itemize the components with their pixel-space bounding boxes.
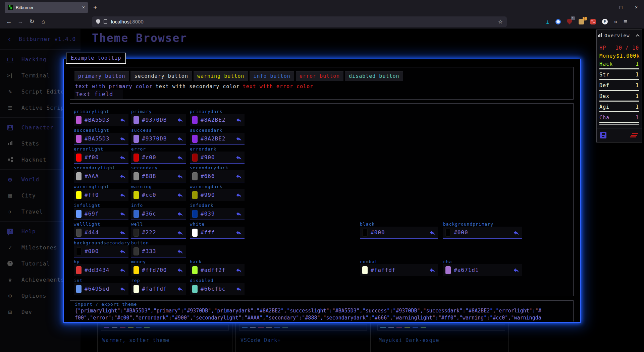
color-value[interactable]: #000 (454, 229, 513, 236)
color-swatch[interactable] (133, 191, 139, 199)
color-swatch[interactable] (133, 229, 139, 237)
color-value[interactable]: #6495ed (85, 286, 119, 292)
color-value[interactable]: #990 (201, 192, 235, 198)
undo-icon[interactable] (119, 267, 126, 274)
color-swatch[interactable] (133, 266, 139, 274)
forward-button[interactable]: → (15, 17, 26, 27)
import-export-json[interactable]: f00","error":"#c00","errordark":"#900","… (75, 314, 571, 321)
undo-icon[interactable] (235, 154, 242, 161)
color-value[interactable]: #900 (201, 154, 235, 161)
color-value[interactable]: #a671d1 (454, 267, 513, 273)
color-field-int[interactable]: int #6495ed (74, 278, 128, 283)
undo-icon[interactable] (235, 229, 242, 236)
extension-red-icon[interactable] (590, 19, 596, 24)
color-swatch[interactable] (76, 154, 82, 162)
overview-header[interactable]: Overview (597, 30, 642, 41)
color-value[interactable]: #faffdf (371, 267, 429, 273)
color-value[interactable]: #444 (85, 229, 119, 236)
undo-icon[interactable] (235, 192, 242, 198)
undo-icon[interactable] (177, 117, 183, 123)
info-button[interactable]: info button (250, 71, 294, 81)
home-button[interactable]: ⌂ (38, 17, 49, 27)
undo-icon[interactable] (119, 286, 126, 292)
color-field-errorlight[interactable]: errorlight #f00 (74, 146, 128, 151)
color-field-secondary[interactable]: secondary #888 (131, 165, 186, 170)
undo-icon[interactable] (119, 248, 126, 255)
undo-icon[interactable] (235, 135, 242, 142)
color-value[interactable]: #ffd700 (142, 267, 177, 273)
url-host[interactable]: localhost (111, 19, 131, 24)
color-value[interactable]: #faffdf (142, 286, 177, 292)
color-swatch[interactable] (76, 229, 82, 237)
import-export-json[interactable]: {"primarylight":"#BA55D3","primary":"#93… (75, 307, 571, 314)
color-field-warning[interactable]: warning #cc0 (131, 184, 186, 189)
color-swatch[interactable] (192, 210, 198, 218)
color-value[interactable]: #222 (142, 229, 177, 236)
color-swatch[interactable] (76, 285, 82, 293)
color-value[interactable]: #9370DB (142, 135, 177, 142)
color-value[interactable]: #cc0 (142, 192, 177, 198)
color-value[interactable]: #ff0 (85, 192, 119, 198)
bookmark-star-icon[interactable] (498, 18, 503, 25)
color-swatch[interactable] (192, 154, 198, 162)
color-value[interactable]: #333 (142, 248, 177, 254)
undo-icon[interactable] (119, 154, 126, 161)
color-value[interactable]: #66cfbc (201, 286, 235, 292)
color-value[interactable]: #8A2BE2 (201, 117, 235, 123)
undo-icon[interactable] (177, 267, 183, 274)
clear-all-icon[interactable] (632, 133, 638, 134)
back-button[interactable]: ← (3, 17, 15, 27)
color-swatch[interactable] (76, 191, 82, 199)
color-field-hack[interactable]: hack #adff2f (190, 259, 245, 264)
color-field-black[interactable]: black #000 (360, 222, 438, 226)
undo-icon[interactable] (235, 173, 242, 180)
color-swatch[interactable] (192, 229, 198, 237)
undo-icon[interactable] (177, 192, 183, 198)
undo-icon[interactable] (235, 267, 242, 274)
color-swatch[interactable] (133, 135, 139, 143)
color-value[interactable]: #fff (201, 229, 235, 236)
color-swatch[interactable] (192, 135, 198, 143)
color-swatch[interactable] (445, 229, 451, 237)
color-swatch[interactable] (133, 172, 139, 180)
color-value[interactable]: #AAA (85, 173, 119, 179)
color-field-white[interactable]: white #fff (190, 222, 245, 226)
color-field-error[interactable]: error #c00 (131, 146, 186, 151)
color-swatch[interactable] (76, 172, 82, 180)
color-value[interactable]: #dd3434 (85, 267, 119, 273)
color-field-backgroundsecondary[interactable]: backgroundsecondary #000 (74, 240, 128, 245)
color-swatch[interactable] (192, 266, 198, 274)
undo-icon[interactable] (513, 267, 520, 274)
demo-text-field[interactable]: Text field (74, 90, 123, 99)
color-value[interactable]: #000 (85, 248, 119, 254)
color-swatch[interactable] (192, 172, 198, 180)
color-value[interactable]: #888 (142, 173, 177, 179)
tracking-shield-icon[interactable] (96, 19, 100, 24)
color-field-rep[interactable]: rep #faffdf (131, 278, 186, 283)
minimize-button[interactable]: – (598, 5, 613, 10)
undo-icon[interactable] (119, 117, 126, 123)
color-swatch[interactable] (192, 285, 198, 293)
color-value[interactable]: #BA55D3 (85, 135, 119, 142)
window-close-button[interactable]: × (629, 5, 644, 10)
color-swatch[interactable] (133, 116, 139, 124)
color-swatch[interactable] (76, 266, 82, 274)
download-icon[interactable] (546, 19, 549, 24)
color-value[interactable]: #039 (201, 211, 235, 217)
undo-icon[interactable] (177, 248, 183, 255)
undo-icon[interactable] (177, 173, 183, 180)
color-field-infodark[interactable]: infodark #039 (190, 203, 245, 208)
undo-icon[interactable] (119, 135, 126, 142)
color-value[interactable]: #666 (201, 173, 235, 179)
extension-circle-icon[interactable] (555, 19, 561, 24)
color-value[interactable]: #c00 (142, 154, 177, 161)
color-field-secondarydark[interactable]: secondarydark #666 (190, 165, 245, 170)
browser-tab[interactable]: Bitburner × (5, 2, 88, 13)
undo-icon[interactable] (429, 229, 436, 236)
color-value[interactable]: #9370DB (142, 117, 177, 123)
color-field-welllight[interactable]: welllight #444 (74, 222, 128, 226)
maximize-button[interactable]: □ (613, 5, 629, 10)
color-field-money[interactable]: money #ffd700 (131, 259, 186, 264)
color-swatch[interactable] (192, 116, 198, 124)
color-field-cha[interactable]: cha #a671d1 (443, 259, 522, 264)
